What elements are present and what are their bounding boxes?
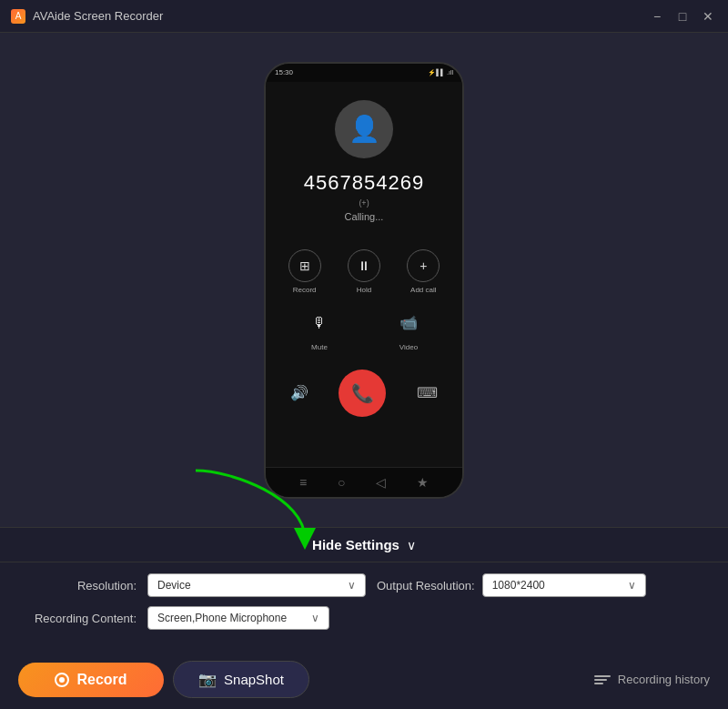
output-chevron-icon: ∨ xyxy=(628,579,636,592)
video-ctrl-label: Video xyxy=(399,343,418,351)
record-ctrl-label: Record xyxy=(293,286,317,294)
controls-row-1: ⊞ Record ⏸ Hold + Add call xyxy=(275,249,453,294)
app-title: AVAide Screen Recorder xyxy=(33,9,163,23)
record-dot-inner xyxy=(59,677,65,683)
snapshot-button-label: SnapShot xyxy=(224,672,284,687)
nav-back-icon[interactable]: ◁ xyxy=(376,475,386,490)
video-ctrl-icon: 📹 xyxy=(392,307,425,339)
minimize-button[interactable]: − xyxy=(648,7,666,25)
video-ctrl-btn[interactable]: 📹 Video xyxy=(392,307,425,351)
addcall-ctrl-btn[interactable]: + Add call xyxy=(407,249,440,294)
hold-ctrl-icon: ⏸ xyxy=(348,249,380,282)
resolution-label: Resolution: xyxy=(18,579,136,593)
resolution-select[interactable]: Device ∨ xyxy=(147,573,366,597)
mute-ctrl-label: Mute xyxy=(311,343,328,351)
end-call-row: 🔊 📞 ⌨ xyxy=(275,370,453,417)
status-time: 15:30 xyxy=(275,68,293,76)
phone-frame: 15:30 ⚡▌▌ .ıll 👤 4567854269 (+) Calling.… xyxy=(264,62,464,499)
addcall-ctrl-label: Add call xyxy=(410,286,436,294)
status-icons: ⚡▌▌ .ıll xyxy=(428,69,453,76)
resolution-chevron-icon: ∨ xyxy=(348,579,356,592)
settings-panel: Resolution: Device ∨ Output Resolution: … xyxy=(0,562,728,653)
main-content: 15:30 ⚡▌▌ .ıll 👤 4567854269 (+) Calling.… xyxy=(0,33,728,709)
snapshot-button[interactable]: 📷 SnapShot xyxy=(173,661,309,698)
hide-settings-bar[interactable]: Hide Settings ∨ xyxy=(0,527,728,562)
end-call-icon: 📞 xyxy=(351,382,374,404)
history-line-3 xyxy=(594,683,603,684)
recording-history-button[interactable]: Recording history xyxy=(594,673,710,686)
record-button[interactable]: Record xyxy=(18,663,164,697)
keypad-ctrl[interactable]: ⌨ xyxy=(417,384,438,401)
settings-row-2: Recording Content: Screen,Phone Micropho… xyxy=(18,606,710,630)
phone-nav-bar: ≡ ○ ◁ ★ xyxy=(266,467,462,497)
speaker-ctrl[interactable]: 🔊 xyxy=(290,384,308,401)
status-left: 15:30 xyxy=(275,68,293,76)
addcall-ctrl-icon: + xyxy=(407,249,440,282)
status-right: ⚡▌▌ .ıll xyxy=(428,69,453,76)
nav-menu-icon[interactable]: ≡ xyxy=(299,475,307,490)
settings-row-1: Resolution: Device ∨ Output Resolution: … xyxy=(18,573,710,597)
record-dot-icon xyxy=(55,673,69,687)
speaker-icon: 🔊 xyxy=(290,384,308,401)
history-line-1 xyxy=(594,675,611,677)
hold-ctrl-label: Hold xyxy=(357,286,371,294)
hide-settings-chevron-icon: ∨ xyxy=(407,538,416,552)
record-button-label: Record xyxy=(76,672,126,688)
recording-history-label: Recording history xyxy=(618,673,710,686)
nav-recent-icon[interactable]: ★ xyxy=(417,475,429,490)
recording-content-label: Recording Content: xyxy=(18,612,136,625)
phone-preview-area: 15:30 ⚡▌▌ .ıll 👤 4567854269 (+) Calling.… xyxy=(0,33,728,527)
app-icon: A xyxy=(11,9,25,24)
content-chevron-icon: ∨ xyxy=(311,612,319,624)
avatar-person-icon: 👤 xyxy=(349,114,380,144)
phone-subtext: (+) xyxy=(359,198,369,208)
record-ctrl-btn[interactable]: ⊞ Record xyxy=(288,249,321,294)
output-resolution-value: 1080*2400 xyxy=(492,579,545,592)
window-controls: − □ ✕ xyxy=(648,7,717,25)
recording-content-value: Screen,Phone Microphone xyxy=(157,612,287,624)
keypad-icon: ⌨ xyxy=(417,384,438,401)
output-row: Output Resolution: 1080*2400 ∨ xyxy=(377,573,646,597)
phone-status-bar: 15:30 ⚡▌▌ .ıll xyxy=(266,64,462,82)
call-controls: ⊞ Record ⏸ Hold + Add call xyxy=(275,249,453,417)
close-button[interactable]: ✕ xyxy=(699,7,717,25)
action-buttons: Record 📷 SnapShot xyxy=(18,661,309,698)
calling-status: Calling... xyxy=(345,211,384,222)
recording-content-select[interactable]: Screen,Phone Microphone ∨ xyxy=(147,606,329,630)
output-resolution-select[interactable]: 1080*2400 ∨ xyxy=(482,573,646,597)
mute-ctrl-icon: 🎙 xyxy=(303,307,336,339)
nav-home-icon[interactable]: ○ xyxy=(338,475,345,490)
record-ctrl-icon: ⊞ xyxy=(288,249,321,282)
controls-row-2: 🎙 Mute 📹 Video xyxy=(275,307,453,351)
recording-history-icon xyxy=(594,675,611,684)
hold-ctrl-btn[interactable]: ⏸ Hold xyxy=(348,249,380,294)
resolution-value: Device xyxy=(157,579,191,592)
phone-number: 4567854269 xyxy=(304,171,424,195)
hide-settings-label: Hide Settings xyxy=(312,537,399,552)
history-line-2 xyxy=(594,679,607,681)
output-resolution-label: Output Resolution: xyxy=(377,579,475,593)
phone-content: 👤 4567854269 (+) Calling... ⊞ Record ⏸ xyxy=(266,82,462,467)
end-call-button[interactable]: 📞 xyxy=(339,370,386,417)
title-bar: A AVAide Screen Recorder − □ ✕ xyxy=(0,0,728,33)
mute-ctrl-btn[interactable]: 🎙 Mute xyxy=(303,307,336,351)
action-bar: Record 📷 SnapShot Recording history xyxy=(0,653,728,709)
contact-avatar: 👤 xyxy=(335,100,393,158)
maximize-button[interactable]: □ xyxy=(673,7,692,25)
camera-icon: 📷 xyxy=(198,671,217,688)
